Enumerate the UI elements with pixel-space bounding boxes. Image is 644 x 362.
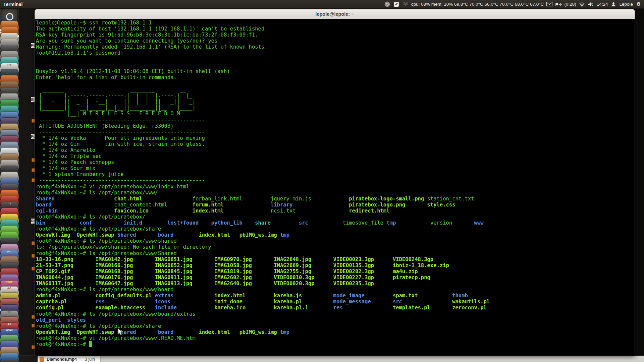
terminal-line: | |.-----.-----.-----.| | | |.----.| |_	[36, 93, 490, 99]
terminal-text: root@f4xNnXxq:~# ls /opt/piratebox/www/s…	[36, 238, 177, 244]
user-icon[interactable]	[610, 1, 617, 8]
terminal-text: IMAG2669.jpg	[274, 262, 333, 268]
terminal-text: IMAG1058.jpg	[214, 262, 274, 268]
terminal-line: BusyBox v1.19.4 (2012-11-03 10:04:08 CET…	[36, 68, 490, 74]
wings-icon[interactable]	[402, 1, 409, 8]
terminal-text: ibniz-1_18.exe.zip	[393, 262, 449, 268]
terminal-text: IMAG2640.jpg	[214, 281, 274, 287]
terminal-text: lepole@lepole:~$ ssh root@192.168.1.1	[36, 20, 152, 26]
terminal-line	[36, 56, 490, 62]
session-user-name[interactable]: Lepole	[619, 2, 633, 7]
mouse-pointer	[117, 328, 124, 337]
background-label-fragment: Po	[31, 134, 35, 139]
terminal-text: old_perl	[36, 317, 67, 323]
terminal-line: root@f4xNnXxq:~# ls /opt/piratebox/share	[36, 226, 490, 232]
terminal-text: RSA key fingerprint is 91:ad:96:b8:3e:c8…	[36, 32, 258, 38]
terminal-text: Warning: Permanently added '192.168.1.1'…	[36, 44, 268, 50]
terminal-text: ATTITUDE ADJUSTMENT (Bleeding Edge, r330…	[36, 123, 174, 129]
terminal-line: | - || _ | -__| || | | || _|| _|	[36, 99, 490, 105]
file-manager-strip: Diamonds.mp4 3 juin	[19, 356, 644, 362]
terminal-text: | - || _ | -__| || | | || _|| _|	[36, 99, 196, 105]
terminal-text: styles	[67, 317, 86, 323]
file-row[interactable]: Diamonds.mp4 3 juin	[38, 356, 101, 362]
terminal-text: captcha.pl	[36, 299, 95, 305]
system-monitor-text[interactable]: cpu: 08% mem: 10% 69.8°C 70.0°C 66.0°C 7…	[411, 2, 544, 7]
terminal-cursor	[89, 341, 92, 347]
terminal-body[interactable]: lepole@lepole:~$ ssh root@192.168.1.1The…	[35, 19, 635, 356]
terminal-line: * 1/4 oz Vodka Pour all ingredients into…	[36, 135, 490, 141]
terminal-text: python_lib	[211, 220, 255, 226]
terminal-text: |__| W I R E L E S S F R E E D O M	[36, 111, 180, 117]
terminal-line: root@f4xNnXxq:~# ls /opt/piratebox/www/	[36, 190, 490, 196]
terminal-text: share	[255, 220, 299, 226]
terminal-line: IMAG0044.jpg IMAG0176.jpg IMAG0911.jpg I…	[36, 275, 490, 281]
terminal-line: * 1/4 oz Gin tin with ice, strain into g…	[36, 141, 490, 147]
terminal-text: root@f4xNnXxq:~# ls /opt/piratebox/www/	[36, 190, 158, 196]
terminal-text: | |.-----.-----.-----.| | | |.----.| |_	[36, 93, 193, 99]
terminal-text: OpenWRT.swap	[76, 329, 117, 335]
battery-icon[interactable]	[555, 1, 562, 8]
terminal-line	[36, 80, 490, 86]
gear-icon[interactable]	[635, 1, 642, 8]
terminal-line: * 1 splash Cranberry juice	[36, 171, 490, 177]
terminal-text: * 1/4 oz Vodka Pour all ingredients into…	[36, 135, 205, 141]
terminal-text: timesave_file	[343, 220, 387, 226]
terminal-text: IMAG0913.jpg	[155, 281, 214, 287]
terminal-text: VIDEO0227.3gp	[333, 275, 393, 281]
terminal-text: jquery.min.js	[271, 196, 349, 202]
terminal-line: root@f4xNnXxq:~# vi /opt/piratebox/www/.…	[36, 335, 490, 341]
terminal-line: old_perl styles	[36, 317, 490, 323]
battery-time-text[interactable]: (0:28)	[564, 2, 576, 7]
terminal-text: example.htaccess	[95, 305, 155, 311]
launcher-icon-letter: π	[8, 311, 10, 314]
clock[interactable]: 14:24	[597, 2, 608, 7]
terminal-line: RSA key fingerprint is 91:ad:96:b8:3e:c8…	[36, 32, 490, 38]
terminal-line: root@f4xNnXxq:~# ls /opt/piratebox/www/b…	[36, 311, 490, 317]
eye-dark-icon[interactable]	[0, 359, 19, 362]
launcher-icons: PdTIHFTGIFaAπ72GW2::rip	[0, 20, 19, 362]
launcher-icon-letter: Pd	[7, 63, 11, 66]
active-app-name: Terminal	[3, 2, 22, 7]
launcher-icon-letter: TGIF	[6, 281, 13, 284]
terminal-text: VIDEO0135.3gp	[333, 262, 393, 268]
terminal-text: forum.html	[193, 202, 271, 208]
terminal-text: |_______|| __|_____|__|__||________||__|…	[36, 105, 196, 111]
terminal-text: IMAG0647.jpg	[95, 281, 155, 287]
terminal-text: IMAG0970.jpg	[214, 256, 274, 262]
video-file-icon	[40, 357, 44, 362]
terminal-text: root@f4xNnXxq:~# ls /opt/piratebox/share	[36, 226, 161, 232]
strip-shadow	[19, 356, 38, 362]
file-date: 3 juin	[85, 357, 95, 362]
terminal-text: OpenWRT.swap	[76, 232, 117, 238]
terminal-line: IMAG0117.jpg IMAG0647.jpg IMAG0913.jpg I…	[36, 281, 490, 287]
terminal-text: root@f4xNnXxq:~# vi /opt/piratebox/www/i…	[36, 184, 189, 190]
launcher: PdTIHFTGIFaAπ72GW2::rip	[0, 8, 19, 362]
running-app-indicator	[17, 35, 19, 38]
terminal-line: ----------------------------------------…	[36, 117, 490, 123]
compose-icon[interactable]	[393, 1, 400, 8]
terminal-line	[36, 62, 490, 68]
background-label-fragment: Re	[31, 219, 35, 224]
wifi-icon[interactable]	[579, 1, 585, 8]
terminal-line: CP_TOP2.gif IMAG0168.jpg IMAG0845.jpg IM…	[36, 268, 490, 275]
terminal-line: cgi-bin favicon.ico index.html ncsi.txt …	[36, 208, 490, 214]
terminal-line: bin conf init.d lost+found python_lib sh…	[36, 220, 490, 226]
terminal-text: ----------------------------------------…	[36, 129, 205, 135]
terminal-line: root@f4xNnXxq:~#	[36, 341, 490, 347]
terminal-text: chat.html	[114, 196, 192, 202]
terminal-text: style.css	[427, 202, 455, 208]
terminal-title: lepole@lepole: ~	[315, 11, 354, 17]
terminal-text: board	[158, 329, 199, 335]
terminal-text: IMAG0845.jpg	[155, 268, 214, 275]
terminal-line: root@f4xNnXxq:~# ls /opt/piratebox/	[36, 214, 490, 220]
terminal-line: OpenWRT.img OpenWRT.swap Shared board in…	[36, 232, 490, 238]
sync-icon[interactable]	[384, 1, 391, 8]
terminal-line: Warning: Permanently added '192.168.1.1'…	[36, 44, 490, 50]
terminal-line: root@f4xNnXxq:~# vi /opt/piratebox/www/i…	[36, 184, 490, 190]
volume-icon[interactable]	[588, 1, 594, 8]
background-label-fragment: Si	[31, 97, 35, 102]
terminal-titlebar[interactable]: lepole@lepole: ~	[35, 9, 635, 19]
terminal-text: BusyBox v1.19.4 (2012-11-03 10:04:08 CET…	[36, 68, 230, 74]
terminal-line: * 1/4 oz Sour mix	[36, 165, 490, 171]
mail-icon[interactable]	[546, 1, 553, 8]
